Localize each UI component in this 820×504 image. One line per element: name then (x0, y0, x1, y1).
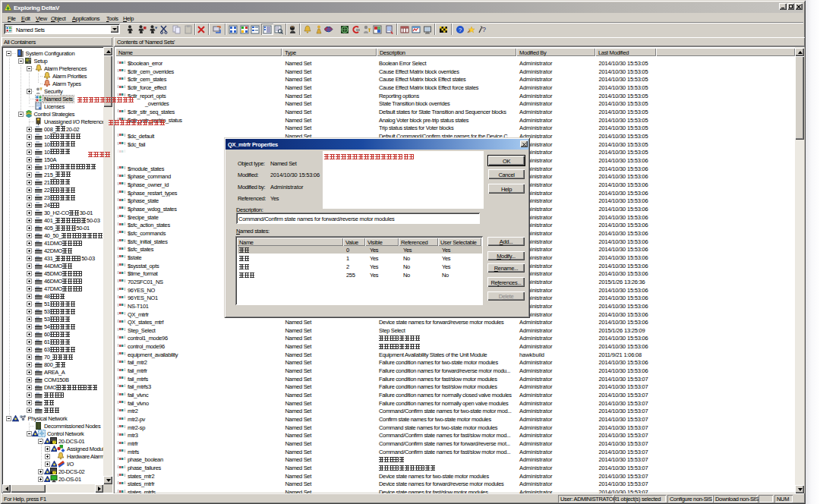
svg-text:?: ? (53, 470, 55, 474)
svg-text:?: ? (459, 27, 462, 33)
svg-text:?: ? (53, 439, 55, 444)
svg-text:?: ? (482, 26, 486, 33)
